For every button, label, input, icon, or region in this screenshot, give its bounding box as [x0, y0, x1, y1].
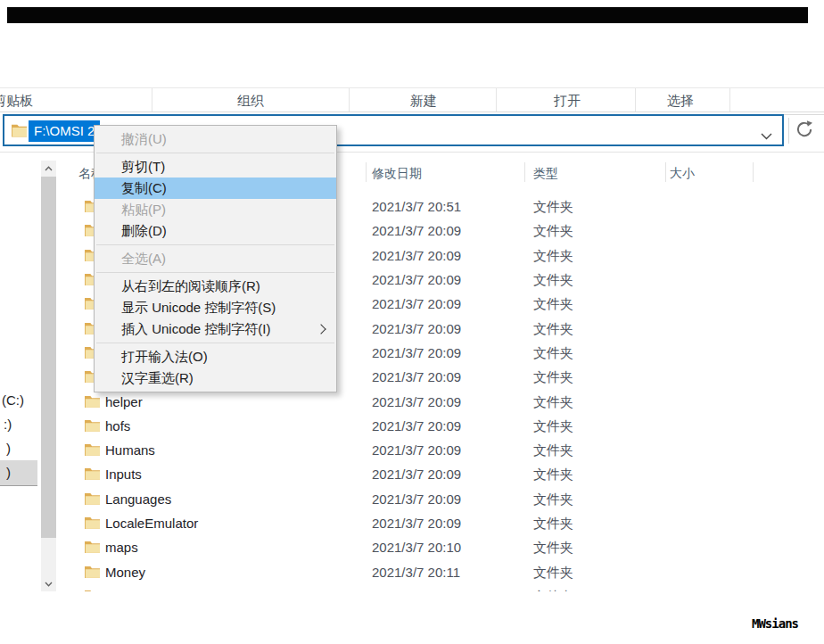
file-type: 文件夹	[533, 438, 573, 462]
column-header-type[interactable]: 类型	[533, 165, 558, 181]
ribbon-bottom-border	[0, 111, 824, 112]
table-row[interactable]: Languages2021/3/7 20:09文件夹	[0, 487, 824, 511]
file-date: 2021/3/7 20:09	[372, 268, 461, 292]
file-type: 文件夹	[533, 244, 573, 268]
file-date: 2021/3/7 20:09	[372, 365, 461, 389]
file-date: 2021/3/7 20:09	[372, 292, 461, 316]
table-row[interactable]: Humans2021/3/7 20:09文件夹	[0, 438, 824, 462]
file-date: 2021/3/7 20:09	[372, 414, 461, 438]
folder-icon	[85, 590, 100, 591]
menu-item-label: 汉字重选(R)	[121, 370, 194, 385]
file-type: 文件夹	[533, 462, 573, 486]
file-name: Inputs	[105, 462, 142, 486]
menu-item[interactable]: 删除(D)	[95, 220, 336, 242]
menu-item-label: 撤消(U)	[121, 131, 167, 146]
explorer-window: 剪贴板 组织 新建 打开 选择 F:\OMSI 2 (C:) :) )	[0, 0, 824, 644]
folder-icon	[85, 419, 100, 432]
column-divider	[524, 162, 525, 182]
file-date: 2021/3/7 20:09	[372, 438, 461, 462]
file-date: 2021/3/7 20:09	[372, 462, 461, 486]
file-name: helper	[105, 390, 143, 414]
menu-item[interactable]: 剪切(T)	[95, 156, 336, 178]
file-type: 文件夹	[533, 560, 573, 584]
menu-separator	[96, 153, 334, 153]
address-dropdown-button[interactable]	[761, 128, 773, 136]
menu-item-label: 显示 Unicode 控制字符(S)	[121, 300, 276, 315]
menu-item-label: 打开输入法(O)	[121, 349, 208, 364]
table-row[interactable]: maps2021/3/7 20:10文件夹	[0, 535, 824, 559]
column-divider	[753, 162, 754, 182]
menu-item-label: 从右到左的阅读顺序(R)	[121, 278, 260, 293]
chevron-up-icon	[45, 166, 53, 171]
file-date: 2021/3/7 20:11	[372, 560, 460, 584]
file-type: 文件夹	[533, 268, 573, 292]
submenu-arrow-icon	[316, 324, 325, 334]
menu-item[interactable]: 汉字重选(R)	[95, 367, 336, 389]
menu-item[interactable]: 插入 Unicode 控制字符(I)	[95, 318, 336, 340]
folder-icon	[85, 443, 100, 456]
folder-icon	[85, 467, 100, 480]
table-row[interactable]: 2021/3/7 20:11文件夹	[0, 584, 824, 591]
table-row[interactable]: LocaleEmulator2021/3/7 20:09文件夹	[0, 511, 824, 535]
folder-icon	[85, 492, 100, 505]
file-type: 文件夹	[533, 317, 573, 341]
column-header-size[interactable]: 大小	[670, 165, 695, 181]
watermark: MWsians	[752, 616, 798, 632]
file-name: maps	[105, 535, 138, 559]
menu-item[interactable]: 从右到左的阅读顺序(R)	[95, 276, 336, 297]
folder-icon	[85, 566, 100, 578]
file-date: 2021/3/7 20:09	[372, 244, 461, 268]
menu-item: 全选(A)	[95, 248, 336, 269]
menu-item-label: 删除(D)	[121, 223, 167, 238]
table-row[interactable]: Money2021/3/7 20:11文件夹	[0, 560, 824, 584]
column-divider	[665, 162, 666, 182]
menu-item[interactable]: 显示 Unicode 控制字符(S)	[95, 297, 336, 318]
ribbon-separator	[496, 88, 497, 111]
menu-item[interactable]: 复制(C)	[95, 178, 336, 199]
ribbon-top-border	[0, 87, 824, 88]
file-name: hofs	[105, 414, 130, 438]
table-row[interactable]: Inputs2021/3/7 20:09文件夹	[0, 462, 824, 486]
file-name: Money	[105, 560, 145, 584]
file-date: 2021/3/7 20:11	[372, 584, 460, 591]
menu-separator	[96, 343, 334, 343]
context-menu: 撤消(U)剪切(T)复制(C)粘贴(P)删除(D)全选(A)从右到左的阅读顺序(…	[94, 125, 337, 392]
ribbon-separator	[349, 88, 350, 111]
file-type: 文件夹	[533, 511, 573, 535]
file-name: LocaleEmulator	[105, 511, 198, 535]
chevron-down-icon	[761, 133, 772, 140]
menu-item: 粘贴(P)	[95, 199, 336, 220]
ribbon-group-select: 选择	[654, 90, 707, 111]
toolbar-divider	[788, 118, 789, 144]
menu-item-label: 粘贴(P)	[121, 202, 166, 217]
file-type: 文件夹	[533, 414, 573, 438]
address-path-text: F:\OMSI 2	[29, 120, 100, 142]
file-type: 文件夹	[533, 194, 573, 219]
table-row[interactable]: hofs2021/3/7 20:09文件夹	[0, 414, 824, 438]
table-row[interactable]: helper2021/3/7 20:09文件夹	[0, 390, 824, 414]
title-bar	[7, 7, 808, 23]
file-type: 文件夹	[533, 487, 573, 511]
folder-icon	[85, 516, 100, 529]
menu-item[interactable]: 打开输入法(O)	[95, 346, 336, 367]
file-date: 2021/3/7 20:51	[372, 194, 461, 219]
file-date: 2021/3/7 20:09	[372, 317, 461, 341]
ribbon-separator	[635, 88, 636, 111]
refresh-button[interactable]	[795, 120, 816, 141]
folder-icon	[12, 123, 27, 137]
ribbon-group-open: 打开	[540, 90, 594, 111]
menu-item-label: 插入 Unicode 控制字符(I)	[121, 321, 271, 336]
file-date: 2021/3/7 20:09	[372, 487, 461, 511]
folder-icon	[85, 541, 100, 553]
file-type: 文件夹	[533, 219, 573, 243]
scroll-up-button[interactable]	[41, 161, 56, 176]
menu-item: 撤消(U)	[95, 128, 336, 150]
menu-separator	[96, 244, 334, 245]
file-type: 文件夹	[533, 341, 573, 365]
file-type: 文件夹	[533, 292, 573, 316]
menu-item-label: 剪切(T)	[121, 159, 165, 174]
ribbon-separator	[152, 88, 152, 111]
ribbon-group-organize: 组织	[224, 90, 277, 111]
column-header-date[interactable]: 修改日期	[372, 165, 422, 181]
file-date: 2021/3/7 20:10	[372, 535, 461, 559]
